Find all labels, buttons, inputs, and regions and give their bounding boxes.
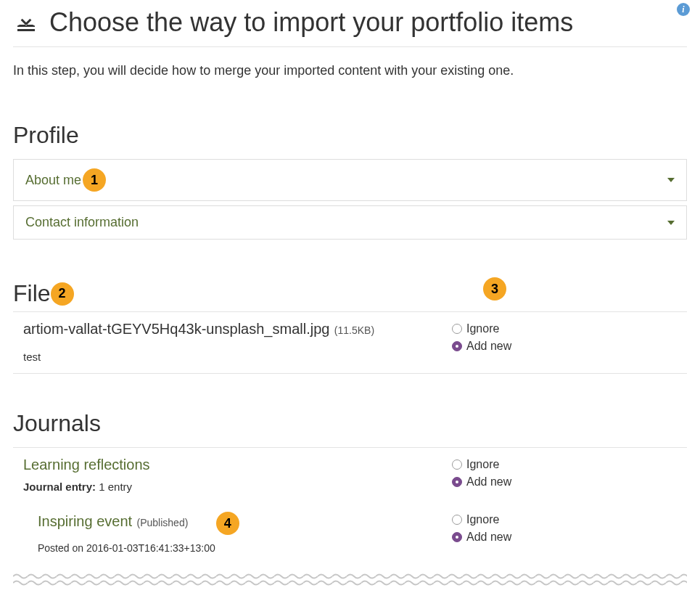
radio-label: Add new [466, 340, 511, 353]
radio-icon [452, 477, 462, 487]
file-heading: File [13, 280, 51, 307]
file-radio-group: Ignore Add new [452, 321, 677, 353]
radio-label: Ignore [466, 513, 499, 526]
journal-entry-posted: Posted on 2016-01-03T16:41:33+13:00 [38, 542, 445, 554]
torn-edge-decoration [13, 573, 687, 586]
callout-4: 4 [216, 512, 239, 535]
file-description: test [23, 351, 445, 363]
file-size: (11.5KB) [334, 324, 374, 336]
journal-entry-count: Journal entry: 1 entry [23, 481, 445, 493]
radio-ignore[interactable]: Ignore [452, 513, 677, 526]
page-title: Choose the way to import your portfolio … [49, 7, 573, 38]
journal-entry-row: Inspiring event (Published) 4 Posted on … [13, 503, 687, 564]
accordion-label: Contact information [25, 215, 139, 230]
file-item-row: artiom-vallat-tGEYV5Hq43k-unsplash_small… [13, 312, 687, 374]
journal-row: Learning reflections Journal entry: 1 en… [13, 448, 687, 503]
radio-label: Add new [466, 475, 511, 489]
download-icon [13, 9, 39, 36]
radio-ignore[interactable]: Ignore [452, 322, 677, 335]
chevron-down-icon [667, 178, 675, 182]
radio-add-new[interactable]: Add new [452, 531, 677, 544]
radio-icon [452, 341, 462, 351]
radio-icon [452, 532, 462, 542]
file-section: File 2 3 artiom-vallat-tGEYV5Hq43k-unspl… [13, 280, 687, 374]
chevron-down-icon [667, 221, 675, 225]
file-name: artiom-vallat-tGEYV5Hq43k-unsplash_small… [23, 321, 329, 337]
accordion-about-me[interactable]: About me 1 [13, 159, 687, 201]
entry-radio-group: Ignore Add new [452, 512, 677, 544]
journals-section: Journals Learning reflections Journal en… [13, 410, 687, 564]
page-header: Choose the way to import your portfolio … [13, 7, 687, 47]
radio-icon [452, 324, 462, 334]
profile-section: Profile About me 1 Contact information [13, 122, 687, 240]
journal-entry-title[interactable]: Inspiring event [38, 513, 132, 529]
journal-title[interactable]: Learning reflections [23, 457, 445, 473]
radio-icon [452, 515, 462, 525]
accordion-contact-info[interactable]: Contact information [13, 205, 687, 240]
intro-text: In this step, you will decide how to mer… [13, 63, 687, 78]
callout-3: 3 [483, 277, 506, 301]
callout-1: 1 [83, 168, 106, 192]
accordion-label: About me [25, 173, 81, 188]
radio-ignore[interactable]: Ignore [452, 458, 677, 471]
journals-heading: Journals [13, 410, 687, 437]
radio-label: Ignore [466, 322, 499, 335]
journal-radio-group: Ignore Add new [452, 457, 677, 489]
radio-icon [452, 459, 462, 470]
journal-entry-status: (Published) [137, 517, 189, 528]
radio-label: Add new [466, 531, 511, 544]
profile-heading: Profile [13, 122, 687, 149]
info-icon[interactable]: i [677, 3, 690, 16]
radio-add-new[interactable]: Add new [452, 340, 677, 353]
radio-label: Ignore [466, 458, 499, 471]
radio-add-new[interactable]: Add new [452, 475, 677, 489]
callout-2: 2 [51, 282, 74, 306]
